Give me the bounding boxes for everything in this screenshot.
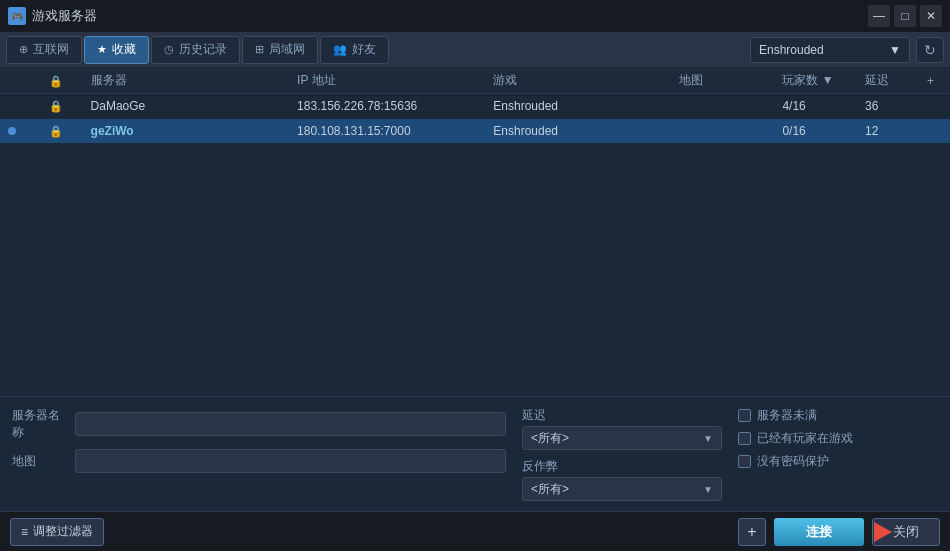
tab-friends[interactable]: 👥 好友 (320, 36, 389, 64)
col-header-players[interactable]: 玩家数 ▼ (774, 68, 857, 94)
online-dot (8, 127, 16, 135)
tab-internet-label: 互联网 (33, 41, 69, 58)
filter-area: 服务器名称 地图 延迟 <所有> ▼ 反作弊 <所有> ▼ (0, 396, 950, 511)
adjust-label: 调整过滤器 (33, 523, 93, 540)
latency-select[interactable]: <所有> ▼ (522, 426, 722, 450)
no-password-label: 没有密码保护 (757, 453, 829, 470)
row-dot-cell (0, 94, 41, 119)
col-header-game[interactable]: 游戏 (485, 68, 671, 94)
connect-button[interactable]: 连接 (774, 518, 864, 546)
lock-header-icon: 🔒 (49, 75, 63, 88)
bottom-bar: ≡ 调整过滤器 + 连接 关闭 (0, 511, 950, 551)
col-header-ip[interactable]: IP 地址 (289, 68, 485, 94)
col-header-latency[interactable]: 延迟 (857, 68, 919, 94)
tab-history[interactable]: ◷ 历史记录 (151, 36, 240, 64)
tab-internet[interactable]: ⊕ 互联网 (6, 36, 82, 64)
bottom-right: + 连接 关闭 (738, 518, 940, 546)
col-header-status (0, 68, 41, 94)
add-server-button[interactable]: + (738, 518, 766, 546)
title-bar-left: 🎮 游戏服务器 (8, 7, 97, 25)
main-content: 🔒 服务器 IP 地址 游戏 地图 玩家数 ▼ (0, 68, 950, 551)
row-players-cell: 0/16 (774, 119, 857, 144)
close-window-button[interactable]: ✕ (920, 5, 942, 27)
row-name-cell: geZiWo (83, 119, 290, 144)
checkbox-no-password[interactable]: 没有密码保护 (738, 453, 938, 470)
server-name-filter-row: 服务器名称 (12, 407, 506, 441)
nav-bar: ⊕ 互联网 ★ 收藏 ◷ 历史记录 ⊞ 局域网 👥 好友 Enshrouded … (0, 32, 950, 68)
minimize-button[interactable]: — (868, 5, 890, 27)
row-ip-cell: 183.156.226.78:15636 (289, 94, 485, 119)
map-filter-input[interactable] (75, 449, 506, 473)
col-header-server[interactable]: 服务器 (83, 68, 290, 94)
reaction-select[interactable]: <所有> ▼ (522, 477, 722, 501)
reaction-filter-label: 反作弊 (522, 458, 722, 475)
adjust-icon: ≡ (21, 525, 28, 539)
no-password-checkbox[interactable] (738, 455, 751, 468)
lock-icon: 🔒 (49, 100, 63, 113)
latency-select-arrow: ▼ (703, 433, 713, 444)
maximize-button[interactable]: □ (894, 5, 916, 27)
col-header-map[interactable]: 地图 (671, 68, 774, 94)
tab-lan-label: 局域网 (269, 41, 305, 58)
col-header-lock: 🔒 (41, 68, 82, 94)
game-filter-dropdown[interactable]: Enshrouded ▼ (750, 37, 910, 63)
game-filter-arrow: ▼ (889, 43, 901, 57)
app-icon: 🎮 (8, 7, 26, 25)
row-latency-cell: 36 (857, 94, 919, 119)
search-area: Enshrouded ▼ ↻ (750, 37, 944, 63)
row-game-cell: Enshrouded (485, 94, 671, 119)
history-icon: ◷ (164, 43, 174, 56)
lock-icon: 🔒 (49, 125, 63, 138)
tab-favorites[interactable]: ★ 收藏 (84, 36, 149, 64)
internet-icon: ⊕ (19, 43, 28, 56)
filter-left: 服务器名称 地图 (12, 407, 506, 501)
tab-favorites-label: 收藏 (112, 41, 136, 58)
has-players-label: 已经有玩家在游戏 (757, 430, 853, 447)
adjust-filters-button[interactable]: ≡ 调整过滤器 (10, 518, 104, 546)
lan-icon: ⊞ (255, 43, 264, 56)
table-row[interactable]: 🔒 geZiWo 180.108.131.15:7000 Enshrouded … (0, 119, 950, 144)
row-add-cell (919, 119, 950, 144)
server-table-area[interactable]: 🔒 服务器 IP 地址 游戏 地图 玩家数 ▼ (0, 68, 950, 396)
refresh-button[interactable]: ↻ (916, 37, 944, 63)
table-row[interactable]: 🔒 DaMaoGe 183.156.226.78:15636 Enshroude… (0, 94, 950, 119)
checkbox-not-full[interactable]: 服务器未满 (738, 407, 938, 424)
server-table: 🔒 服务器 IP 地址 游戏 地图 玩家数 ▼ (0, 68, 950, 144)
row-latency-cell: 12 (857, 119, 919, 144)
row-game-cell: Enshrouded (485, 119, 671, 144)
row-players-cell: 4/16 (774, 94, 857, 119)
checkbox-has-players[interactable]: 已经有玩家在游戏 (738, 430, 938, 447)
game-filter-value: Enshrouded (759, 43, 885, 57)
close-button[interactable]: 关闭 (872, 518, 940, 546)
friends-icon: 👥 (333, 43, 347, 56)
server-name-label: 服务器名称 (12, 407, 67, 441)
title-controls: — □ ✕ (868, 5, 942, 27)
favorites-icon: ★ (97, 43, 107, 56)
latency-filter-label: 延迟 (522, 407, 722, 424)
reaction-select-value: <所有> (531, 481, 569, 498)
latency-select-value: <所有> (531, 430, 569, 447)
col-header-add[interactable]: + (919, 68, 950, 94)
bottom-left: ≡ 调整过滤器 (10, 518, 104, 546)
reaction-select-arrow: ▼ (703, 484, 713, 495)
row-map-cell (671, 119, 774, 144)
row-ip-cell: 180.108.131.15:7000 (289, 119, 485, 144)
filter-middle: 延迟 <所有> ▼ 反作弊 <所有> ▼ (522, 407, 722, 501)
filter-right: 服务器未满 已经有玩家在游戏 没有密码保护 (738, 407, 938, 501)
server-name-input[interactable] (75, 412, 506, 436)
has-players-checkbox[interactable] (738, 432, 751, 445)
row-dot-cell (0, 119, 41, 144)
table-header-row: 🔒 服务器 IP 地址 游戏 地图 玩家数 ▼ (0, 68, 950, 94)
tab-history-label: 历史记录 (179, 41, 227, 58)
not-full-label: 服务器未满 (757, 407, 817, 424)
reaction-filter-group: 反作弊 <所有> ▼ (522, 458, 722, 501)
row-add-cell (919, 94, 950, 119)
row-lock-cell: 🔒 (41, 119, 82, 144)
title-bar: 🎮 游戏服务器 — □ ✕ (0, 0, 950, 32)
map-filter-row: 地图 (12, 449, 506, 473)
row-name-cell: DaMaoGe (83, 94, 290, 119)
latency-filter-group: 延迟 <所有> ▼ (522, 407, 722, 450)
tab-friends-label: 好友 (352, 41, 376, 58)
tab-lan[interactable]: ⊞ 局域网 (242, 36, 318, 64)
not-full-checkbox[interactable] (738, 409, 751, 422)
